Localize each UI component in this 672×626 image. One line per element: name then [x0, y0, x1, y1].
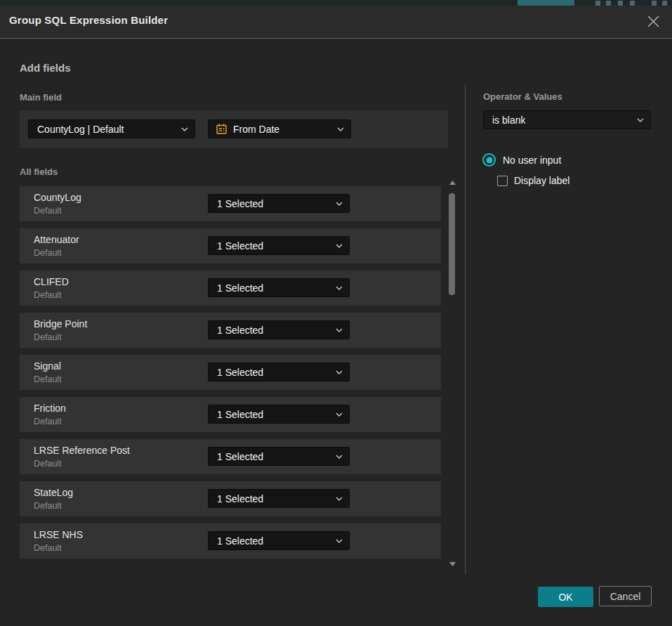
chevron-down-icon: [336, 370, 343, 374]
chevron-down-icon: [336, 412, 343, 417]
layer-select-value: CountyLog | Default: [37, 124, 124, 135]
no-user-input-label: No user input: [503, 155, 561, 166]
field-row: StateLog Default 1 Selected: [20, 481, 441, 516]
operator-values-heading: Operator & Values: [483, 91, 562, 102]
chevron-down-icon: [336, 201, 343, 206]
field-selected-value: 1 Selected: [217, 282, 263, 294]
all-fields-list: CountyLog Default 1 Selected Attenuator …: [20, 186, 441, 566]
field-selected-dropdown[interactable]: 1 Selected: [208, 363, 350, 382]
toolbar-fragment: [618, 1, 623, 6]
field-selected-value: 1 Selected: [217, 367, 263, 378]
toolbar-fragment: [606, 1, 611, 6]
field-row: CountyLog Default 1 Selected: [20, 186, 441, 221]
toolbar-fragment: [595, 1, 600, 6]
main-field-select[interactable]: From Date: [208, 119, 351, 138]
cancel-button[interactable]: Cancel: [599, 586, 652, 606]
chevron-down-icon: [336, 243, 343, 248]
main-field-panel: CountyLog | Default From Date: [20, 110, 448, 148]
field-name: Signal: [34, 360, 61, 372]
display-label-text: Display label: [514, 175, 569, 186]
field-selected-dropdown[interactable]: 1 Selected: [208, 405, 350, 424]
toolbar-fragment: [518, 0, 574, 6]
field-selected-dropdown[interactable]: 1 Selected: [208, 447, 350, 466]
operator-select-value: is blank: [492, 115, 525, 126]
checkbox-unchecked-icon: [497, 176, 508, 186]
chevron-down-icon: [337, 126, 344, 131]
scroll-up-arrow[interactable]: [448, 179, 456, 186]
chevron-down-icon: [637, 117, 644, 122]
calendar-icon: [216, 123, 228, 135]
close-icon[interactable]: [643, 11, 663, 31]
field-row: Bridge Point Default 1 Selected: [20, 313, 441, 348]
main-field-select-value: From Date: [233, 124, 279, 135]
layer-select[interactable]: CountyLog | Default: [28, 119, 195, 138]
field-selected-dropdown[interactable]: 1 Selected: [208, 194, 350, 213]
field-selected-value: 1 Selected: [217, 409, 263, 420]
field-selected-dropdown[interactable]: 1 Selected: [208, 489, 350, 508]
field-name: CLIFED: [34, 276, 69, 287]
chevron-down-icon: [336, 327, 343, 332]
all-fields-label: All fields: [20, 167, 58, 177]
field-subtitle: Default: [34, 417, 62, 426]
chevron-down-icon: [336, 538, 343, 543]
field-subtitle: Default: [34, 459, 62, 469]
field-subtitle: Default: [34, 543, 62, 553]
field-selected-value: 1 Selected: [217, 240, 263, 252]
field-name: LRSE Reference Post: [34, 445, 130, 456]
field-name: Bridge Point: [34, 318, 87, 330]
radio-selected-icon: [482, 153, 496, 167]
field-selected-value: 1 Selected: [217, 325, 263, 336]
list-scrollbar: [447, 179, 458, 568]
chevron-down-icon: [336, 496, 343, 501]
field-selected-dropdown[interactable]: 1 Selected: [208, 236, 350, 255]
toolbar-fragment: [652, 1, 657, 6]
main-field-label: Main field: [20, 92, 62, 103]
field-subtitle: Default: [34, 206, 62, 216]
ok-button[interactable]: OK: [538, 587, 593, 607]
field-selected-value: 1 Selected: [217, 451, 263, 462]
column-divider: [465, 84, 466, 575]
field-name: Friction: [34, 403, 66, 414]
field-row: Attenuator Default 1 Selected: [20, 228, 441, 263]
chevron-down-icon: [336, 285, 343, 290]
screen: Group SQL Expression Builder Add fields …: [0, 0, 672, 626]
field-selected-value: 1 Selected: [217, 198, 263, 209]
toolbar-fragment: [662, 1, 667, 6]
scroll-down-arrow[interactable]: [448, 561, 456, 568]
field-selected-dropdown[interactable]: 1 Selected: [208, 531, 350, 550]
dialog-title: Group SQL Expression Builder: [9, 14, 168, 26]
field-selected-dropdown[interactable]: 1 Selected: [208, 278, 350, 297]
operator-select[interactable]: is blank: [483, 110, 651, 129]
field-selected-value: 1 Selected: [217, 493, 263, 504]
field-selected-dropdown[interactable]: 1 Selected: [208, 320, 350, 339]
field-row: LRSE Reference Post Default 1 Selected: [20, 439, 441, 474]
field-subtitle: Default: [34, 332, 62, 342]
scrollbar-thumb[interactable]: [449, 193, 455, 295]
toolbar-fragment: [630, 1, 635, 6]
field-name: StateLog: [34, 487, 73, 498]
field-name: CountyLog: [34, 192, 81, 203]
field-subtitle: Default: [34, 290, 62, 300]
field-name: LRSE NHS: [34, 529, 83, 540]
field-row: Friction Default 1 Selected: [20, 397, 441, 432]
field-subtitle: Default: [34, 501, 62, 511]
chevron-down-icon: [336, 454, 343, 459]
group-sql-expression-builder-dialog: Group SQL Expression Builder Add fields …: [0, 6, 672, 626]
chevron-down-icon: [181, 126, 188, 131]
field-name: Attenuator: [34, 234, 79, 245]
field-subtitle: Default: [34, 248, 62, 258]
field-row: CLIFED Default 1 Selected: [20, 270, 441, 306]
display-label-checkbox[interactable]: Display label: [497, 175, 569, 186]
field-subtitle: Default: [34, 374, 62, 384]
no-user-input-radio[interactable]: No user input: [482, 153, 561, 167]
background-app-toolbar: [0, 0, 672, 6]
dialog-header: Group SQL Expression Builder: [0, 6, 672, 39]
field-row: Signal Default 1 Selected: [20, 355, 441, 390]
add-fields-heading: Add fields: [20, 62, 71, 74]
field-row: LRSE NHS Default 1 Selected: [20, 523, 441, 559]
field-selected-value: 1 Selected: [217, 535, 263, 547]
